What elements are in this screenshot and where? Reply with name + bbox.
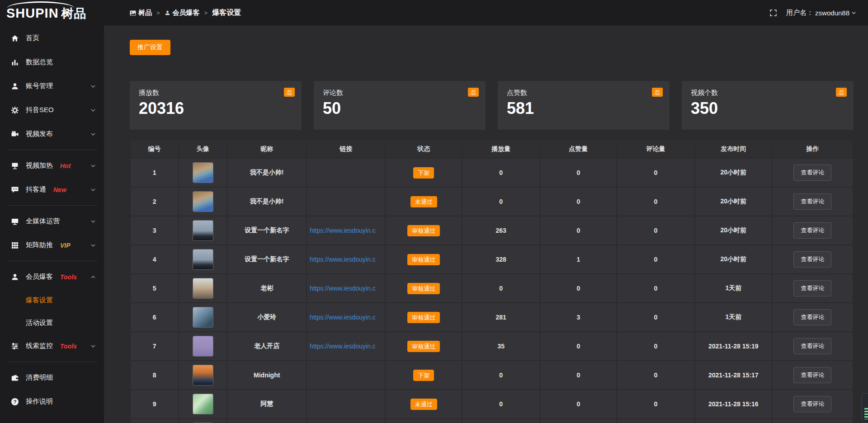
sidebar-subitem-label: 活动设置 [26, 319, 53, 327]
breadcrumb-separator: > [204, 9, 208, 16]
sidebar-item-data-overview[interactable]: 数据总览 [0, 50, 104, 74]
view-comments-button[interactable]: 查看评论 [793, 164, 831, 181]
view-comments-button[interactable]: 查看评论 [793, 193, 831, 210]
sidebar-item-douyin-seo[interactable]: 抖音SEO [0, 98, 104, 122]
sidebar-item-instructions[interactable]: ? 操作说明 [0, 390, 104, 414]
sidebar-item-matrix-boost[interactable]: 矩阵助推 VIP [0, 233, 104, 257]
user-menu[interactable]: 用户名：zswodun88 [786, 9, 856, 17]
stat-card-likes: 点赞数 581 总 [498, 81, 670, 130]
video-link[interactable]: https://www.iesdouyin.c [310, 227, 376, 234]
promotion-settings-button[interactable]: 推广设置 [130, 40, 170, 55]
home-icon [11, 34, 19, 42]
sidebar-item-video-heat[interactable]: 视频加热 Hot [0, 154, 104, 178]
member-icon [11, 273, 19, 281]
cell-publish-time: 2021-11-28 15:17 [695, 361, 772, 390]
cell-status: 下架 [385, 158, 462, 187]
image-icon [130, 10, 136, 16]
cell-link: https://www.iesdouyin.c [307, 274, 385, 303]
sidebar-divider [7, 362, 97, 362]
sidebar-item-consumption-detail[interactable]: 消费明细 [0, 366, 104, 390]
status-badge: 审核通过 [407, 225, 440, 236]
table-row: 7 老人开店 https://www.iesdouyin.c 审核通过 35 0 [130, 332, 853, 361]
breadcrumb-item-home[interactable]: 树品 [130, 9, 152, 17]
video-link[interactable]: https://www.iesdouyin.c [310, 256, 376, 263]
view-comments-button[interactable]: 查看评论 [793, 338, 831, 354]
cell-status: 未通过 [385, 390, 462, 418]
cell-publish-time [695, 418, 772, 423]
cell-status: 审核通过 [385, 303, 462, 332]
cell-avatar [179, 390, 227, 418]
sidebar-item-label: 视频加热 [26, 161, 53, 170]
help-icon: ? [11, 398, 19, 406]
cell-nickname: 老彬 [227, 274, 307, 303]
sidebar-item-video-publish[interactable]: 视频发布 [0, 122, 104, 146]
cell-likes: 0 [540, 158, 617, 187]
cell-publish-time: 2021-11-28 15:19 [695, 332, 772, 361]
cell-plays: 263 [462, 216, 540, 245]
floating-widget[interactable] [862, 393, 868, 423]
cell-id: 4 [130, 245, 179, 274]
total-badge: 总 [284, 88, 295, 97]
cell-likes: 0 [540, 361, 617, 390]
view-comments-button[interactable]: 查看评论 [793, 280, 831, 296]
sidebar-item-omnimedia[interactable]: 全媒体运营 [0, 209, 104, 233]
fullscreen-icon[interactable] [769, 9, 777, 17]
cell-likes: 0 [540, 332, 617, 361]
sliders-icon [11, 342, 19, 350]
cell-link [307, 158, 385, 187]
sidebar-item-label: 抖客通 [26, 185, 46, 194]
sidebar-item-label: 消费明细 [26, 373, 53, 382]
col-header-status: 状态 [385, 140, 462, 158]
sidebar-subitem-activity-settings[interactable]: 活动设置 [0, 311, 104, 334]
col-header-actions: 操作 [772, 140, 853, 158]
chevron-down-icon [90, 343, 96, 349]
view-comments-button[interactable]: 查看评论 [793, 309, 831, 325]
cell-plays: 0 [462, 187, 540, 216]
sidebar-item-account-mgmt[interactable]: 账号管理 [0, 74, 104, 98]
brand-logo[interactable]: SHUPIN树品 [0, 0, 104, 24]
chevron-down-icon [851, 10, 856, 15]
cell-publish-time: 1天前 [695, 274, 772, 303]
cell-likes: 0 [540, 216, 617, 245]
view-comments-button[interactable]: 查看评论 [793, 367, 831, 383]
cell-id: 5 [130, 274, 179, 303]
video-link[interactable]: https://www.iesdouyin.c [310, 314, 376, 321]
chevron-down-icon [90, 163, 96, 169]
chevron-up-icon [90, 274, 96, 280]
view-comments-button[interactable]: 查看评论 [793, 222, 831, 239]
sidebar-item-lead-monitor[interactable]: 线索监控 Tools [0, 334, 104, 358]
status-badge: 审核通过 [407, 312, 440, 323]
cell-avatar [179, 245, 227, 274]
cell-id: 3 [130, 216, 179, 245]
chevron-down-icon [90, 187, 96, 193]
sidebar-subitem-baoke-settings[interactable]: 爆客设置 [0, 289, 104, 311]
breadcrumb-item-member-baoke[interactable]: 会员爆客 [165, 9, 200, 17]
cell-plays: 0 [462, 361, 540, 390]
view-comments-button[interactable]: 查看评论 [793, 396, 831, 412]
sidebar-item-label: 视频发布 [26, 130, 53, 138]
cell-actions: 查看评论 [772, 332, 853, 361]
cell-id [130, 418, 179, 423]
video-link[interactable]: https://www.iesdouyin.c [310, 285, 376, 292]
cell-status: 审核通过 [385, 332, 462, 361]
table-row: 2 我不是小帅! 未通过 0 0 0 [130, 187, 853, 216]
cell-actions: 查看评论 [772, 216, 853, 245]
table-row: 5 老彬 https://www.iesdouyin.c 审核通过 0 0 [130, 274, 853, 303]
sidebar-item-home[interactable]: 首页 [0, 26, 104, 50]
cell-likes: 1 [540, 245, 617, 274]
video-link[interactable]: https://www.iesdouyin.c [310, 343, 376, 350]
status-badge: 未通过 [410, 399, 437, 410]
cell-comments: 0 [617, 361, 695, 390]
cell-plays: 328 [462, 245, 540, 274]
cell-publish-time: 20小时前 [695, 216, 772, 245]
sidebar-item-doketong[interactable]: 抖客通 New [0, 178, 104, 202]
sidebar-item-member-baoke[interactable]: 会员爆客 Tools [0, 265, 104, 289]
cell-link [307, 187, 385, 216]
cell-plays: 281 [462, 303, 540, 332]
monitor-icon [11, 217, 19, 226]
view-comments-button[interactable]: 查看评论 [793, 251, 831, 268]
page-title: 爆客设置 [212, 8, 241, 18]
col-header-id: 编号 [130, 140, 179, 158]
sidebar-item-label: 会员爆客 [26, 273, 53, 281]
total-badge: 总 [836, 88, 847, 97]
